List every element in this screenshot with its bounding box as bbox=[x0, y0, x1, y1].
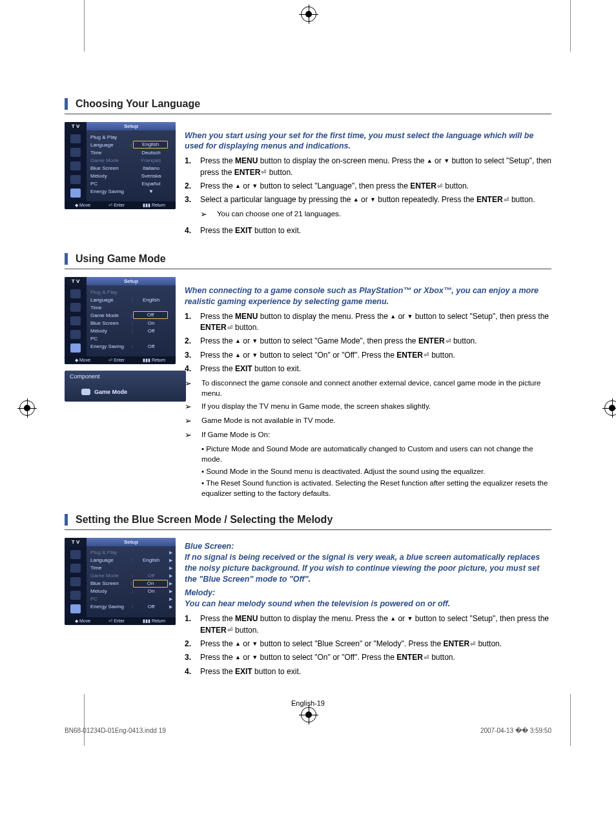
note-item: ➢To disconnect the game console and conn… bbox=[185, 378, 551, 398]
step-item: 2.Press the ▲ or ▼ button to select "Blu… bbox=[185, 639, 551, 650]
intro-text: You can hear melody sound when the telev… bbox=[185, 599, 551, 610]
intro-text: When you start using your set for the fi… bbox=[185, 130, 551, 152]
registration-mark-icon bbox=[301, 707, 316, 722]
note-item: ➢Game Mode is not available in TV mode. bbox=[185, 415, 551, 427]
sub-note-item: • Sound Mode in the Sound menu is deacti… bbox=[201, 466, 551, 476]
registration-mark-icon bbox=[19, 400, 35, 416]
print-footer-left: BN68-01234D-01Eng-0413.indd 19 bbox=[65, 727, 166, 734]
registration-mark-icon bbox=[301, 6, 316, 22]
step-item: 1.Press the MENU button to display the m… bbox=[185, 311, 551, 334]
blue-screen-heading: Blue Screen: bbox=[185, 542, 551, 551]
sub-note-item: • The Reset Sound function is activated.… bbox=[201, 478, 551, 498]
component-label: Component bbox=[70, 373, 181, 380]
section-title: Choosing Your Language bbox=[65, 98, 551, 110]
gamemode-label: Game Mode bbox=[94, 389, 127, 395]
step-item: 4.Press the EXIT button to exit. bbox=[185, 666, 551, 677]
note-item: ➢If Game Mode is On: bbox=[185, 429, 551, 441]
sub-note-item: • Picture Mode and Sound Mode are automa… bbox=[201, 444, 551, 464]
osd-menu: T V Setup Plug & Play Language : English… bbox=[65, 277, 176, 364]
step-item: 1.Press the MENU button to display the m… bbox=[185, 613, 551, 636]
osd-menu: T V Setup Plug & Play ▶ Language : Engli… bbox=[65, 538, 176, 625]
step-item: 1.Press the MENU button to display the o… bbox=[185, 156, 551, 178]
registration-mark-icon bbox=[604, 400, 616, 416]
step-item: 2.Press the ▲ or ▼ button to select "Lan… bbox=[185, 181, 551, 192]
section-title: Using Game Mode bbox=[65, 253, 551, 265]
controller-icon bbox=[81, 389, 90, 395]
step-item: 3.Select a particular language by pressi… bbox=[185, 194, 551, 223]
intro-text: If no signal is being received or the si… bbox=[185, 552, 551, 585]
note-item: ➢If you display the TV menu in Game mode… bbox=[185, 401, 551, 413]
step-item: 4.Press the EXIT button to exit. bbox=[185, 225, 551, 236]
section-title: Setting the Blue Screen Mode / Selecting… bbox=[65, 514, 551, 526]
osd-menu: T V Setup Plug & Play Language : English… bbox=[65, 122, 176, 209]
step-item: 3.Press the ▲ or ▼ button to select "On"… bbox=[185, 652, 551, 663]
step-item: 4.Press the EXIT button to exit. bbox=[185, 364, 551, 374]
intro-text: When connecting to a game console such a… bbox=[185, 285, 551, 307]
step-item: 3.Press the ▲ or ▼ button to select "On"… bbox=[185, 350, 551, 361]
osd-sub-label: Component Game Mode bbox=[65, 371, 186, 402]
steps-list: 1.Press the MENU button to display the o… bbox=[185, 156, 551, 236]
melody-heading: Melody: bbox=[185, 588, 551, 597]
step-item: 2.Press the ▲ or ▼ button to select "Gam… bbox=[185, 336, 551, 347]
print-footer-right: 2007-04-13 �� 3:59:50 bbox=[480, 727, 551, 734]
steps-list: 1.Press the MENU button to display the m… bbox=[185, 311, 551, 375]
steps-list: 1.Press the MENU button to display the m… bbox=[185, 613, 551, 677]
